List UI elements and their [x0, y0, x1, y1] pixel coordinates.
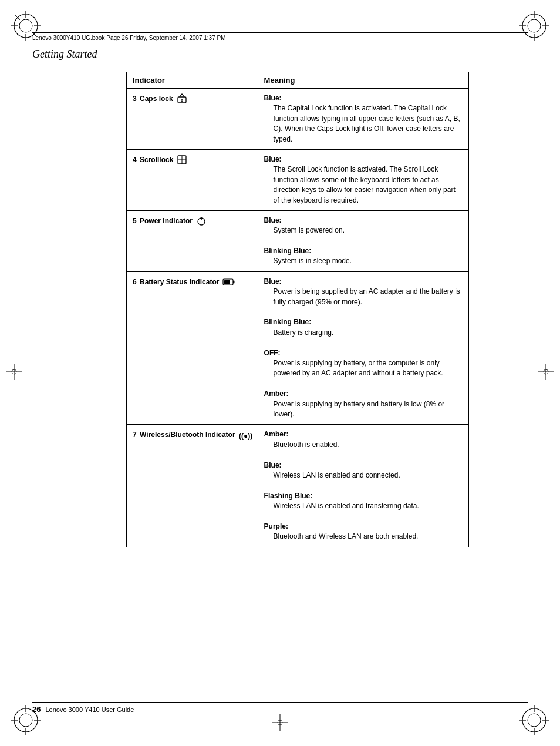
- indicator-icon: A: [175, 93, 187, 104]
- meaning-label: Blue:: [264, 277, 282, 285]
- meaning-label: Blinking Blue:: [264, 318, 312, 326]
- meaning-text: The Scroll Lock function is activated. T…: [264, 164, 463, 206]
- page-title: Getting Started: [32, 48, 97, 60]
- meaning-label: Blue:: [264, 94, 282, 102]
- footer-bar: 26 Lenovo 3000 Y410 User Guide: [32, 702, 528, 714]
- svg-point-1: [19, 19, 32, 32]
- meaning-text: Bluetooth is enabled.: [264, 440, 463, 450]
- svg-text:((●)): ((●)): [239, 432, 252, 440]
- meaning-text: System is in sleep mode.: [264, 256, 463, 266]
- svg-text:A: A: [180, 99, 183, 103]
- meaning-text: Bluetooth and Wireless LAN are both enab…: [264, 532, 463, 542]
- left-edge-cross: [6, 364, 22, 382]
- header-file-info: Lenovo 3000Y410 UG.book Page 26 Friday, …: [32, 35, 225, 41]
- meaning-label: Blue:: [264, 216, 282, 224]
- meaning-label: Blinking Blue:: [264, 247, 312, 255]
- meaning-text: System is powered on.: [264, 226, 463, 236]
- indicator-icon: [194, 216, 207, 226]
- meaning-text: Wireless LAN is enabled and transferring…: [264, 501, 463, 511]
- svg-point-23: [528, 714, 541, 727]
- indicator-icon: [221, 277, 235, 286]
- meaning-cell-row-power: Blue:System is powered on.Blinking Blue:…: [258, 210, 468, 271]
- header-bar: Lenovo 3000Y410 UG.book Page 26 Friday, …: [32, 32, 528, 41]
- table-row: 6 Battery Status IndicatorBlue:Power is …: [127, 271, 469, 424]
- indicator-name: Battery Status Indicator: [140, 278, 219, 286]
- table-header-row: Indicator Meaning: [127, 72, 469, 89]
- meaning-label: Blue:: [264, 461, 282, 469]
- indicator-number: 5: [133, 217, 139, 225]
- meaning-text: Power is being supplied by an AC adapter…: [264, 287, 463, 307]
- svg-rect-45: [233, 281, 235, 284]
- indicator-icon: [175, 154, 187, 165]
- page-container: Lenovo 3000Y410 UG.book Page 26 Friday, …: [0, 0, 560, 746]
- indicator-number: 6: [133, 278, 139, 286]
- svg-point-17: [19, 714, 32, 727]
- meaning-label: Flashing Blue:: [264, 492, 313, 500]
- meaning-text: Battery is charging.: [264, 328, 463, 338]
- footer-page-number: 26: [32, 705, 41, 714]
- indicator-name: Scrolllock: [140, 156, 173, 164]
- table-row: 5 Power IndicatorBlue:System is powered …: [127, 210, 469, 271]
- meaning-label: Amber:: [264, 430, 289, 438]
- indicator-number: 7: [133, 431, 139, 439]
- meaning-cell-row-wireless: Amber:Bluetooth is enabled.Blue:Wireless…: [258, 425, 468, 547]
- meaning-label: Blue:: [264, 155, 282, 163]
- meaning-text: The Capital Lock function is activated. …: [264, 103, 463, 145]
- indicator-name: Wireless/Bluetooth Indicator: [140, 431, 235, 439]
- meaning-text: Wireless LAN is enabled and connected.: [264, 471, 463, 480]
- col1-header: Indicator: [127, 72, 258, 89]
- indicator-cell-row-power: 5 Power Indicator: [127, 210, 258, 271]
- indicator-name: Caps lock: [140, 95, 173, 103]
- footer-page-text: Lenovo 3000 Y410 User Guide: [45, 706, 134, 713]
- indicator-number: 3: [133, 95, 139, 103]
- table-row: 7 Wireless/Bluetooth Indicator((●))Amber…: [127, 425, 469, 547]
- main-table-wrapper: Indicator Meaning 3 Caps lockABlue:The C…: [126, 72, 469, 547]
- meaning-cell-row-capslock: Blue:The Capital Lock function is activa…: [258, 89, 468, 150]
- page-header: Getting Started: [32, 48, 97, 61]
- meaning-text: Power is supplying by battery and batter…: [264, 399, 463, 420]
- meaning-text: Power is supplying by battery, or the co…: [264, 358, 463, 379]
- meaning-cell-row-scrolllock: Blue:The Scroll Lock function is activat…: [258, 149, 468, 210]
- indicator-cell-row-battery: 6 Battery Status Indicator: [127, 271, 258, 424]
- svg-point-11: [528, 19, 541, 32]
- center-bottom-cross: [272, 714, 288, 733]
- indicator-icon: ((●)): [237, 429, 252, 439]
- indicator-cell-row-scrolllock: 4 Scrolllock: [127, 149, 258, 210]
- indicator-number: 4: [133, 156, 139, 164]
- svg-rect-46: [224, 280, 230, 284]
- indicator-cell-row-capslock: 3 Caps lockA: [127, 89, 258, 150]
- meaning-label: OFF:: [264, 349, 281, 357]
- meaning-label: Purple:: [264, 522, 288, 530]
- meaning-cell-row-battery: Blue:Power is being supplied by an AC ad…: [258, 271, 468, 424]
- indicator-cell-row-wireless: 7 Wireless/Bluetooth Indicator((●)): [127, 425, 258, 547]
- right-edge-cross: [538, 364, 554, 382]
- meaning-label: Amber:: [264, 389, 289, 398]
- indicator-table: Indicator Meaning 3 Caps lockABlue:The C…: [126, 72, 469, 547]
- indicator-name: Power Indicator: [140, 217, 193, 225]
- table-row: 3 Caps lockABlue:The Capital Lock functi…: [127, 89, 469, 150]
- col2-header: Meaning: [258, 72, 468, 89]
- table-row: 4 ScrolllockBlue:The Scroll Lock functio…: [127, 149, 469, 210]
